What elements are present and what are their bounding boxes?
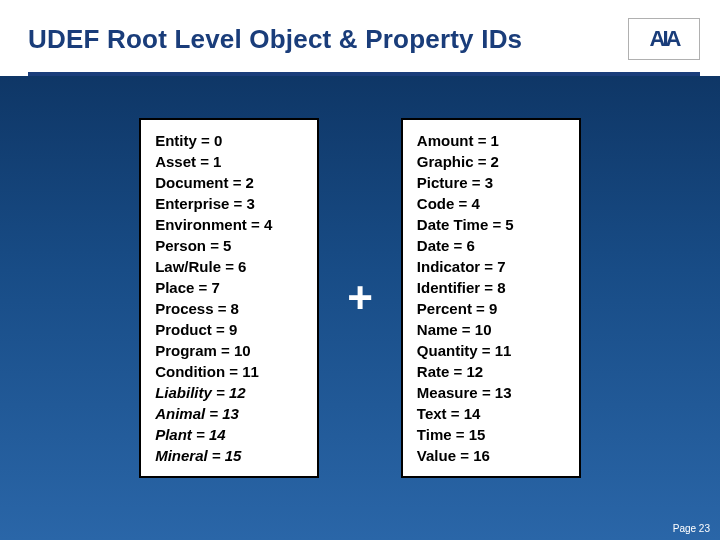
object-item: Product = 9 bbox=[155, 319, 303, 340]
title-row: UDEF Root Level Object & Property IDs AI… bbox=[0, 18, 720, 60]
properties-list: Amount = 1Graphic = 2Picture = 3Code = 4… bbox=[401, 118, 581, 478]
property-item: Text = 14 bbox=[417, 403, 565, 424]
object-item: Condition = 11 bbox=[155, 361, 303, 382]
property-item: Identifier = 8 bbox=[417, 277, 565, 298]
object-item: Place = 7 bbox=[155, 277, 303, 298]
object-item: Animal = 13 bbox=[155, 403, 303, 424]
property-item: Value = 16 bbox=[417, 445, 565, 466]
property-item: Indicator = 7 bbox=[417, 256, 565, 277]
property-item: Date Time = 5 bbox=[417, 214, 565, 235]
logo: AIA bbox=[628, 18, 700, 60]
object-item: Environment = 4 bbox=[155, 214, 303, 235]
property-item: Picture = 3 bbox=[417, 172, 565, 193]
object-item: Document = 2 bbox=[155, 172, 303, 193]
property-item: Percent = 9 bbox=[417, 298, 565, 319]
property-item: Quantity = 11 bbox=[417, 340, 565, 361]
property-item: Time = 15 bbox=[417, 424, 565, 445]
object-item: Enterprise = 3 bbox=[155, 193, 303, 214]
property-item: Name = 10 bbox=[417, 319, 565, 340]
property-item: Rate = 12 bbox=[417, 361, 565, 382]
title-bar: UDEF Root Level Object & Property IDs AI… bbox=[0, 0, 720, 76]
property-item: Measure = 13 bbox=[417, 382, 565, 403]
object-item: Plant = 14 bbox=[155, 424, 303, 445]
object-item: Asset = 1 bbox=[155, 151, 303, 172]
title-divider bbox=[28, 72, 700, 76]
property-item: Graphic = 2 bbox=[417, 151, 565, 172]
object-item: Law/Rule = 6 bbox=[155, 256, 303, 277]
plus-icon: + bbox=[337, 273, 383, 323]
page-number: Page 23 bbox=[673, 523, 710, 534]
property-item: Code = 4 bbox=[417, 193, 565, 214]
object-item: Process = 8 bbox=[155, 298, 303, 319]
logo-text: AIA bbox=[650, 26, 679, 52]
object-item: Liability = 12 bbox=[155, 382, 303, 403]
property-item: Amount = 1 bbox=[417, 130, 565, 151]
object-item: Person = 5 bbox=[155, 235, 303, 256]
content-row: Entity = 0Asset = 1Document = 2Enterpris… bbox=[0, 118, 720, 478]
property-item: Date = 6 bbox=[417, 235, 565, 256]
object-item: Mineral = 15 bbox=[155, 445, 303, 466]
object-item: Entity = 0 bbox=[155, 130, 303, 151]
slide-title: UDEF Root Level Object & Property IDs bbox=[28, 24, 522, 55]
object-item: Program = 10 bbox=[155, 340, 303, 361]
objects-list: Entity = 0Asset = 1Document = 2Enterpris… bbox=[139, 118, 319, 478]
slide: UDEF Root Level Object & Property IDs AI… bbox=[0, 0, 720, 540]
